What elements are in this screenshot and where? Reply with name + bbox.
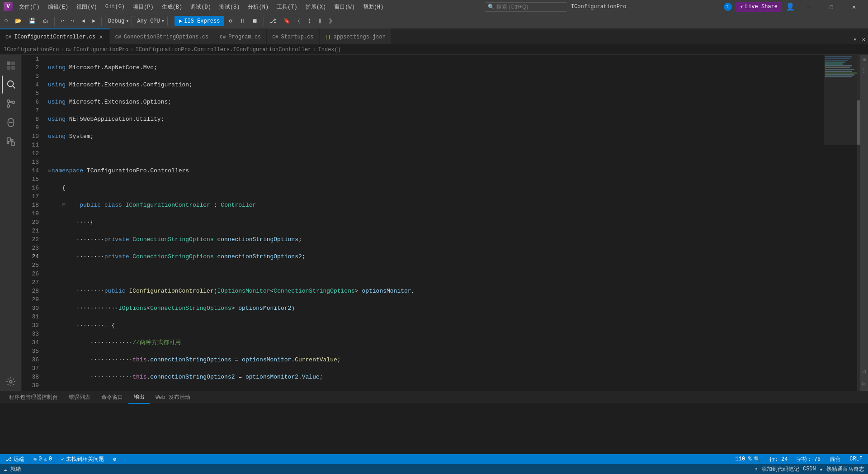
merge-status[interactable]: 混合 (828, 455, 842, 463)
toolbar-saveall[interactable]: 🗂 (40, 16, 51, 26)
toolbar-pause[interactable]: ⏸ (237, 16, 248, 26)
menu-build[interactable]: 生成(B) (158, 1, 186, 13)
menu-analyze[interactable]: 分析(N) (244, 1, 272, 13)
maximize-button[interactable]: ❐ (821, 0, 842, 14)
bottom-tab-cmd[interactable]: 命令窗口 (96, 391, 128, 403)
error-status[interactable]: ⊗ 0 ⚠ 0 (32, 456, 54, 463)
search-icon: 🔍 (488, 4, 495, 10)
git-branch-status[interactable]: ⎇ 远端 (4, 455, 26, 463)
toolbar-nav4[interactable]: ⟫ (326, 16, 335, 26)
minimap[interactable] (824, 55, 860, 391)
line-num-39: 39 (22, 381, 39, 390)
line-num-18: 18 (22, 201, 39, 209)
tab-close-iconfig[interactable]: ✕ (98, 33, 104, 41)
line-num-25: 25 (22, 261, 39, 270)
line-num-29: 29 (22, 295, 39, 304)
right-panel-icon1[interactable]: ≡ (862, 57, 867, 63)
activity-extensions[interactable] (2, 133, 20, 151)
line-num-21: 21 (22, 227, 39, 235)
star-icon: ★ (820, 466, 823, 473)
activity-git[interactable] (2, 95, 20, 113)
search-box[interactable]: 🔍 (485, 2, 567, 12)
search-input[interactable] (496, 4, 564, 10)
code-line-14: ········public IConfigurationController(… (48, 287, 824, 295)
menu-help[interactable]: 帮助(H) (359, 1, 387, 13)
person-icon[interactable]: 👤 (786, 2, 795, 11)
code-line-19: ············this.connectionStringOptions… (48, 373, 824, 381)
platform-dropdown[interactable]: Any CPU ▾ (134, 16, 168, 26)
activity-explorer[interactable] (2, 57, 20, 75)
bottom-tab-output[interactable]: 输出 (128, 391, 150, 404)
build-config-dropdown[interactable]: Debug ▾ (105, 16, 132, 26)
notification-badge[interactable]: 1 (724, 3, 732, 11)
line-num-6: 6 (22, 98, 39, 106)
code-line-1: using Microsoft.AspNetCore.Mvc; (48, 63, 824, 72)
menu-project[interactable]: 项目(P) (129, 1, 157, 13)
tab-program[interactable]: C# Program.cs (214, 28, 267, 44)
line-num-20: 20 (22, 218, 39, 227)
code-line-3: using Microsoft.Extensions.Options; (48, 98, 824, 106)
zoom-status[interactable]: 110 % 🔍 (734, 456, 762, 463)
toolbar-newfile[interactable]: ⊕ (2, 16, 10, 26)
menu-extensions[interactable]: 扩展(X) (302, 1, 330, 13)
toolbar-save[interactable]: 💾 (26, 16, 38, 26)
run-button[interactable]: ▶ IIS Express (175, 16, 224, 26)
tab-startup[interactable]: C# Startup.cs (267, 28, 319, 44)
liveshare-icon: ⚡ (740, 4, 743, 10)
liveshare-button[interactable]: ⚡ Live Share (736, 2, 782, 12)
toolbar-git[interactable]: ⎇ (267, 16, 279, 26)
menu-debug[interactable]: 调试(D) (187, 1, 215, 13)
tab-connection-string[interactable]: C# ConnectionStringOptions.cs (110, 28, 214, 44)
window-title: IConfigurationPro (571, 4, 626, 10)
menu-edit[interactable]: 编辑(E) (44, 1, 72, 13)
tab-appsettings[interactable]: {} appsettings.json (320, 28, 392, 44)
toolbar-nav2[interactable]: ⟩ (305, 16, 314, 26)
line-num-16: 16 (22, 184, 39, 192)
app-logo: V (4, 2, 13, 11)
toolbar-redo[interactable]: ↪ (68, 16, 77, 26)
window-controls: — ❐ ✕ (798, 0, 864, 14)
tab-iconfig-controller[interactable]: C# IConfiguratiController.cs ✕ (0, 28, 110, 44)
tab-more-button[interactable]: ▾ (851, 35, 859, 44)
menu-file[interactable]: 文件(F) (15, 1, 43, 13)
menu-view[interactable]: 视图(V) (73, 1, 101, 13)
line-status[interactable]: 行: 24 (768, 455, 790, 463)
activity-debug[interactable] (2, 114, 20, 132)
right-panel-icon2[interactable]: ⋮ (861, 65, 867, 76)
bottom-tab-web[interactable]: Web 发布活动 (150, 391, 196, 403)
code-editor[interactable]: using Microsoft.AspNetCore.Mvc; using Mi… (44, 55, 824, 391)
close-panel-button[interactable]: ✕ (859, 35, 868, 44)
lint-status[interactable]: ⚙ (111, 456, 118, 463)
activity-search[interactable] (2, 76, 20, 94)
toolbar-open[interactable]: 📂 (12, 16, 24, 26)
menu-test[interactable]: 测试(S) (216, 1, 244, 13)
menu-git[interactable]: Git(G) (102, 2, 128, 12)
toolbar-bookmark[interactable]: 🔖 (281, 16, 293, 26)
close-button[interactable]: ✕ (844, 0, 864, 14)
breadcrumb-project[interactable]: IConfigurationPro (4, 47, 59, 53)
breadcrumb-namespace[interactable]: IConfigurationPro.Controllers.IConfigura… (135, 47, 311, 53)
toolbar-back[interactable]: ◄ (79, 17, 88, 26)
right-panel-icon3[interactable]: ◁ (862, 366, 865, 377)
minimize-button[interactable]: — (798, 0, 819, 14)
breadcrumb-method[interactable]: Index() (318, 47, 341, 53)
bottom-tab-pkg[interactable]: 程序包管理器控制台 (4, 391, 63, 403)
line-num-13: 13 (22, 158, 39, 166)
activity-settings[interactable] (2, 373, 20, 391)
menu-window[interactable]: 窗口(W) (330, 1, 359, 13)
toolbar-undo[interactable]: ↩ (58, 16, 66, 26)
line-num-27: 27 (22, 278, 39, 287)
toolbar-forward[interactable]: ► (90, 17, 98, 26)
no-problems-status[interactable]: ✓ 未找到相关问题 (59, 455, 106, 463)
menu-tools[interactable]: 工具(T) (273, 1, 301, 13)
right-panel-icon4[interactable]: ▷ (862, 379, 865, 389)
toolbar-nav3[interactable]: ⟪ (316, 16, 324, 26)
title-bar: V 文件(F) 编辑(E) 视图(V) Git(G) 项目(P) 生成(B) 调… (0, 0, 868, 14)
cloud-icon: ☁ (4, 466, 7, 473)
char-status[interactable]: 字符: 78 (795, 455, 822, 463)
toolbar-attach[interactable]: ⚙ (226, 16, 235, 26)
bottom-tab-errors[interactable]: 错误列表 (63, 391, 96, 403)
toolbar-stop[interactable]: ⏹ (250, 16, 260, 26)
toolbar-nav1[interactable]: ⟨ (295, 16, 303, 26)
encoding-status[interactable]: CRLF (848, 456, 864, 462)
